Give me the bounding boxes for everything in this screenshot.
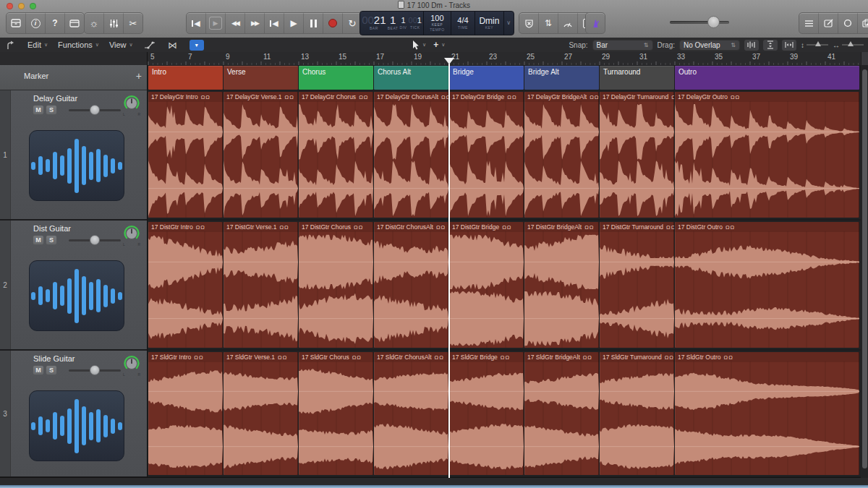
region-17-sldgtr-chorus[interactable]: 17 SldGtr ChorusΩΩ [299, 352, 373, 475]
marker-turnaround[interactable]: Turnaround [600, 66, 674, 90]
quick-help-button[interactable]: ? [46, 13, 65, 33]
horizontal-zoom-slider[interactable]: ↔ [833, 41, 864, 49]
smart-controls-button[interactable]: ☼ [85, 13, 104, 33]
autopunch-button[interactable]: ⇅ [539, 13, 558, 33]
region-17-distgtr-verse.1[interactable]: 17 DistGtr Verse.1ΩΩ [224, 222, 298, 348]
pan-knob[interactable]: LR [123, 355, 140, 372]
region-17-distgtr-bridgealt[interactable]: 17 DistGtr BridgeAltΩΩ [524, 222, 599, 348]
metronome-button[interactable] [586, 13, 605, 33]
marker-verse[interactable]: Verse [224, 66, 298, 90]
region-17-sldgtr-turnaround[interactable]: 17 SldGtr TurnaroundΩΩ [600, 352, 674, 475]
track-name[interactable]: Delay Guitar [33, 94, 77, 103]
vzoom-thumb[interactable] [815, 41, 821, 46]
drag-arrow-icon[interactable] [4, 40, 17, 50]
pause-button[interactable] [304, 13, 323, 33]
flex-icon[interactable]: ⋈ [166, 40, 179, 51]
solo-button[interactable]: S [46, 235, 57, 245]
playhead[interactable] [448, 64, 450, 478]
region-17-distgtr-outro[interactable]: 17 DistGtr OutroΩΩ [675, 222, 859, 348]
region-17-delaygtr-chorus[interactable]: 17 DelayGtr ChorusΩΩ [299, 92, 373, 218]
horizontal-scroll-area[interactable] [0, 477, 868, 485]
region-17-delaygtr-bridge[interactable]: 17 DelayGtr BridgeΩΩ [449, 92, 524, 218]
track-volume-slider[interactable] [69, 109, 121, 111]
marker-outro[interactable]: Outro [675, 66, 859, 90]
command-click-tool-menu[interactable]: +∨ [433, 40, 445, 50]
automation-icon[interactable] [143, 40, 156, 49]
track-volume-slider[interactable] [69, 239, 121, 241]
master-volume-slider[interactable] [670, 21, 729, 24]
track-header-dist-guitar[interactable]: 2Dist GuitarMSLR [0, 221, 147, 351]
track-header-slide-guitar[interactable]: 3Slide GuitarMSLR [0, 351, 147, 478]
region-17-delaygtr-intro[interactable]: 17 DelayGtr IntroΩΩ [148, 92, 223, 218]
region-17-sldgtr-verse.1[interactable]: 17 SldGtr Verse.1ΩΩ [224, 352, 298, 475]
functions-menu[interactable]: Functions∨ [58, 40, 99, 49]
rewind-button[interactable]: ◀◀ [226, 13, 245, 33]
snap-popup[interactable]: Bar⇅ [592, 40, 653, 51]
record-button[interactable] [323, 13, 343, 33]
mute-button[interactable]: M [33, 365, 44, 375]
editors-button[interactable]: ✂ [124, 13, 142, 33]
lcd-chevron-icon[interactable]: ∨ [504, 12, 514, 35]
region-17-distgtr-chorusalt[interactable]: 17 DistGtr ChorusAltΩΩ [374, 222, 448, 348]
catch-playhead-button[interactable]: ▼ [190, 40, 204, 51]
lcd-display[interactable]: 0021BAR 1BEAT 1DIV 001TICK 100KEEPTEMPO … [359, 11, 514, 35]
vertical-auto-zoom-button[interactable] [763, 40, 778, 51]
mute-button[interactable]: M [33, 235, 44, 245]
waveform-zoom-button[interactable] [744, 40, 759, 51]
track-waveform-icon[interactable] [29, 260, 124, 331]
forward-button[interactable]: ▶▶ [245, 13, 265, 33]
low-latency-button[interactable] [558, 13, 578, 33]
track-waveform-icon[interactable] [29, 130, 124, 201]
region-17-delaygtr-outro[interactable]: 17 DelayGtr OutroΩΩ [675, 92, 859, 218]
browsers-button[interactable] [858, 13, 868, 33]
bar-ruler[interactable]: 57911131517192123252729313335373941 [0, 52, 861, 66]
view-menu[interactable]: View∨ [109, 40, 133, 49]
pan-knob[interactable]: LR [123, 95, 140, 112]
region-17-distgtr-chorus[interactable]: 17 DistGtr ChorusΩΩ [299, 222, 373, 348]
playhead-handle[interactable] [444, 58, 454, 69]
vertical-zoom-slider[interactable]: ↕ [801, 41, 828, 49]
track-header-delay-guitar[interactable]: 1Delay GuitarMSLR [0, 90, 147, 221]
region-17-delaygtr-verse.1[interactable]: 17 DelayGtr Verse.1ΩΩ [224, 92, 298, 218]
marker-bridge-alt[interactable]: Bridge Alt [524, 66, 599, 90]
track-volume-thumb[interactable] [90, 235, 100, 245]
apple-loops-button[interactable] [838, 13, 858, 33]
region-17-distgtr-bridge[interactable]: 17 DistGtr BridgeΩΩ [449, 222, 524, 348]
go-to-beginning-button[interactable]: ◀ [187, 13, 206, 33]
drag-popup[interactable]: No Overlap⇅ [679, 40, 740, 51]
replace-button[interactable] [519, 13, 539, 33]
region-17-sldgtr-bridge[interactable]: 17 SldGtr BridgeΩΩ [449, 352, 524, 475]
marker-intro[interactable]: Intro [148, 66, 223, 90]
left-click-tool-menu[interactable]: ∨ [412, 40, 426, 50]
region-17-sldgtr-intro[interactable]: 17 SldGtr IntroΩΩ [148, 352, 223, 475]
region-17-distgtr-intro[interactable]: 17 DistGtr IntroΩΩ [148, 222, 223, 348]
track-name[interactable]: Dist Guitar [33, 224, 71, 233]
vertical-scrollbar[interactable] [862, 69, 867, 468]
library-button[interactable] [7, 13, 26, 33]
toolbar-toggle-button[interactable] [65, 13, 84, 33]
track-volume-thumb[interactable] [90, 105, 100, 115]
mute-button[interactable]: M [33, 105, 44, 115]
region-17-sldgtr-outro[interactable]: 17 SldGtr OutroΩΩ [675, 352, 859, 475]
track-waveform-icon[interactable] [29, 390, 124, 461]
region-17-distgtr-turnaround[interactable]: 17 DistGtr TurnaroundΩΩ [600, 222, 674, 348]
stop-button[interactable]: ◀ [265, 13, 284, 33]
region-17-delaygtr-turnaround[interactable]: 17 DelayGtr TurnaroundΩΩ [600, 92, 674, 218]
marker-chorus-alt[interactable]: Chorus Alt [374, 66, 448, 90]
region-17-sldgtr-bridgealt[interactable]: 17 SldGtr BridgeAltΩΩ [524, 352, 599, 475]
track-name[interactable]: Slide Guitar [33, 354, 75, 363]
hzoom-thumb[interactable] [848, 41, 854, 46]
track-volume-thumb[interactable] [90, 365, 100, 375]
add-marker-button[interactable]: + [136, 70, 142, 82]
play-from-selection-button[interactable]: ▶ [206, 13, 226, 33]
list-editors-button[interactable] [799, 13, 819, 33]
horizontal-auto-zoom-button[interactable] [782, 40, 796, 51]
region-17-delaygtr-bridgealt[interactable]: 17 DelayGtr BridgeAltΩΩ [524, 92, 599, 218]
pan-knob[interactable]: LR [123, 225, 140, 242]
inspector-button[interactable]: i [26, 13, 46, 33]
region-17-sldgtr-chorusalt[interactable]: 17 SldGtr ChorusAltΩΩ [374, 352, 448, 475]
region-17-delaygtr-chorusalt[interactable]: 17 DelayGtr ChorusAltΩΩ [374, 92, 448, 218]
play-button[interactable]: ▶ [284, 13, 304, 33]
marker-bridge[interactable]: Bridge [449, 66, 524, 90]
mixer-button[interactable] [104, 13, 124, 33]
